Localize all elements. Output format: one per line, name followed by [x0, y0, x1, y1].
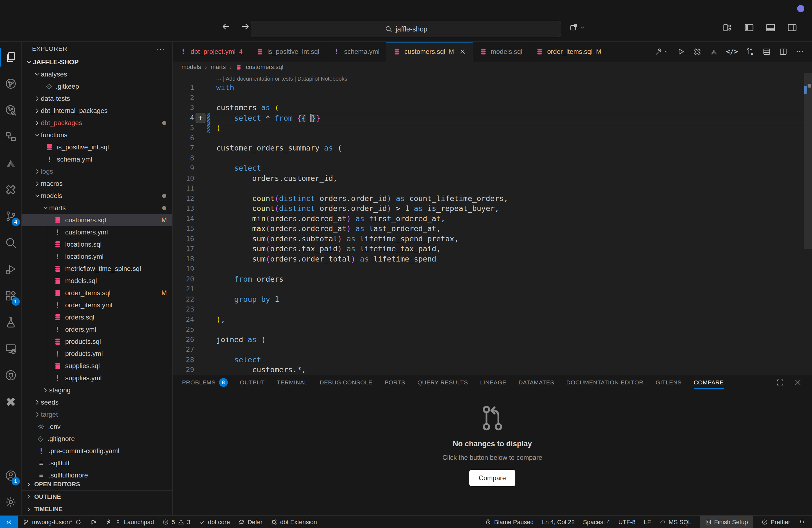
activity-extensions[interactable]: 1: [0, 282, 21, 309]
tree-item-metricflow_time_spine.sql[interactable]: metricflow_time_spine.sql: [21, 263, 172, 275]
section-timeline[interactable]: TIMELINE: [21, 503, 172, 515]
tab-models.sql[interactable]: models.sql: [473, 42, 530, 62]
panel-tab-query-results[interactable]: QUERY RESULTS: [417, 375, 468, 391]
activity-dbt-power-user[interactable]: [0, 176, 21, 203]
code-line-1[interactable]: 1with: [173, 83, 812, 93]
tree-item-.pre-commit-config.yaml[interactable]: !.pre-commit-config.yaml: [21, 445, 172, 457]
panel-tab-compare[interactable]: COMPARE: [694, 375, 724, 391]
code-line-28[interactable]: 28 select: [173, 355, 812, 365]
add-button[interactable]: +: [195, 113, 205, 123]
status-language-mode[interactable]: MS SQL: [659, 516, 692, 528]
maximize-panel[interactable]: [776, 378, 784, 386]
code-line-24[interactable]: 24),: [173, 314, 812, 325]
code-line-15[interactable]: 15 max(orders.ordered_at) as last_ordere…: [173, 224, 812, 234]
code-line-2[interactable]: 2: [173, 93, 812, 103]
code-line-13[interactable]: 13 count(distinct orders.order_id) > 1 a…: [173, 204, 812, 214]
build-action[interactable]: [654, 47, 669, 56]
breadcrumb-item[interactable]: models: [182, 63, 201, 71]
compare-button[interactable]: Compare: [469, 470, 516, 486]
tree-item-models.sql[interactable]: models.sql: [21, 275, 172, 287]
code-line-5[interactable]: 5): [173, 123, 812, 133]
remote-indicator[interactable]: [0, 516, 18, 528]
tree-item-locations.sql[interactable]: locations.sql: [21, 238, 172, 250]
open-code-action[interactable]: </>: [726, 48, 738, 56]
breadcrumb-item[interactable]: marts: [211, 63, 226, 71]
tree-item-target[interactable]: target: [21, 408, 172, 421]
tree-item-supplies.yml[interactable]: !supplies.yml: [21, 372, 172, 384]
activity-dbt[interactable]: [0, 150, 21, 176]
status-eol[interactable]: LF: [644, 516, 651, 528]
status-dbt-core[interactable]: dbt core: [199, 516, 230, 528]
breadcrumb-item[interactable]: customers.sql: [246, 63, 284, 71]
tree-item-functions[interactable]: functions: [21, 129, 172, 141]
tree-item-order_items.yml[interactable]: !order_items.yml: [21, 299, 172, 311]
code-line-3[interactable]: 3customers as (: [173, 103, 812, 113]
run-action[interactable]: [677, 47, 685, 56]
status-indentation[interactable]: Spaces: 4: [583, 516, 610, 528]
tree-item-models[interactable]: models: [21, 190, 172, 202]
tree-item-is_positive_int.sql[interactable]: is_positive_int.sql: [21, 141, 172, 153]
panel-tab-gitlens[interactable]: GITLENS: [656, 375, 682, 391]
activity-accounts[interactable]: 1: [0, 462, 21, 489]
code-line-23[interactable]: 23: [173, 304, 812, 314]
tree-item-JAFFLE-SHOP[interactable]: JAFFLE-SHOP: [21, 56, 172, 68]
tab-customers.sql[interactable]: customers.sqlM: [387, 42, 473, 62]
code-line-18[interactable]: 18 sum(orders.order_total) as lifetime_s…: [173, 254, 812, 264]
panel-tab-output[interactable]: OUTPUT: [240, 375, 265, 391]
tab-schema.yml[interactable]: !schema.yml: [326, 42, 387, 62]
panel-tab-lineage[interactable]: LINEAGE: [480, 375, 506, 391]
status-cursor-position[interactable]: Ln 4, Col 22: [542, 516, 575, 528]
status-dbt-extension[interactable]: dbt Extension: [271, 516, 317, 528]
tree-item-order_items.sql[interactable]: order_items.sqlM: [21, 287, 172, 299]
split-editor-action[interactable]: [779, 47, 788, 56]
code-line-21[interactable]: 21: [173, 284, 812, 294]
tree-item-.sqlfluff[interactable]: ≡.sqlfluff: [21, 457, 172, 469]
code-line-11[interactable]: 11: [173, 184, 812, 194]
tree-item-.gitignore[interactable]: .gitignore: [21, 433, 172, 445]
tree-item-supplies.sql[interactable]: supplies.sql: [21, 360, 172, 372]
code-line-27[interactable]: 27: [173, 344, 812, 355]
close-icon[interactable]: [459, 48, 466, 55]
tree-item-products.sql[interactable]: products.sql: [21, 336, 172, 348]
panel-tab-problems[interactable]: PROBLEMS8: [182, 375, 228, 391]
activity-source-control[interactable]: 4: [0, 203, 21, 230]
layout-panel-icon[interactable]: [765, 22, 776, 33]
panel-tab-ports[interactable]: PORTS: [385, 375, 405, 391]
tab-dbt_project.yml[interactable]: !dbt_project.yml4: [173, 42, 249, 62]
tree-item-analyses[interactable]: analyses: [21, 68, 172, 80]
code-line-12[interactable]: 12 count(distinct orders.order_id) as co…: [173, 194, 812, 204]
dbt-power-user-action[interactable]: [693, 47, 702, 56]
back-arrow-icon[interactable]: [221, 21, 231, 31]
tree-item-.sqlfluffignore[interactable]: ≡.sqlfluffignore: [21, 469, 172, 478]
activity-run-debug[interactable]: [0, 256, 21, 282]
status-finish-setup[interactable]: Finish Setup: [700, 516, 753, 528]
code-line-26[interactable]: 26joined as (: [173, 335, 812, 345]
status-defer[interactable]: Defer: [238, 516, 262, 528]
tree-item-schema.yml[interactable]: !schema.yml: [21, 153, 172, 165]
panel-tab-terminal[interactable]: TERMINAL: [277, 375, 307, 391]
code-line-29[interactable]: 29 customers.*,: [173, 365, 812, 374]
activity-dbt-x[interactable]: [0, 388, 21, 415]
tree-item-logs[interactable]: logs: [21, 165, 172, 178]
tree-item-dbt_packages[interactable]: dbt_packages: [21, 117, 172, 129]
query-results-action[interactable]: [762, 47, 771, 56]
activity-remote-explorer[interactable]: [0, 336, 21, 362]
tree-item-locations.yml[interactable]: !locations.yml: [21, 250, 172, 263]
tree-item-data-tests[interactable]: data-tests: [21, 92, 172, 105]
activity-lineage[interactable]: [0, 70, 21, 97]
code-line-8[interactable]: 8: [173, 153, 812, 163]
codelens[interactable]: ··· | Add documentation or tests | Datap…: [173, 73, 812, 83]
tree-item-seeds[interactable]: seeds: [21, 396, 172, 408]
code-line-7[interactable]: 7customer_orders_summary as (: [173, 143, 812, 153]
layout-sidebar-right-icon[interactable]: [787, 22, 798, 33]
status-problems[interactable]: 53: [162, 516, 190, 528]
code-line-4[interactable]: 4+ select * from {{ }}: [173, 113, 812, 123]
code-line-22[interactable]: 22 group by 1: [173, 294, 812, 305]
tree-item-products.yml[interactable]: !products.yml: [21, 348, 172, 360]
more-actions[interactable]: [795, 47, 804, 56]
code-line-6[interactable]: 6: [173, 133, 812, 143]
code-editor[interactable]: ··· | Add documentation or tests | Datap…: [173, 73, 812, 374]
section-outline[interactable]: OUTLINE: [21, 490, 172, 503]
tree-item-dbt_internal_packages[interactable]: dbt_internal_packages: [21, 105, 172, 117]
tree-item-macros[interactable]: macros: [21, 178, 172, 190]
